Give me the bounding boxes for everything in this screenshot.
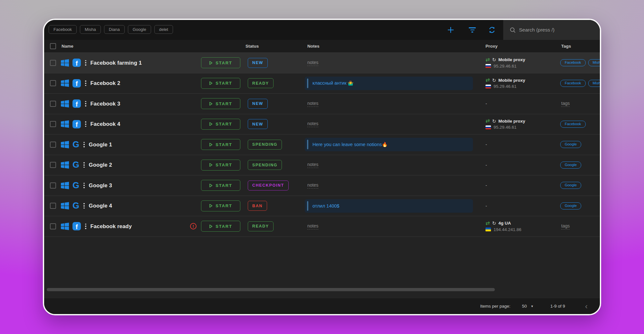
pagination-range: 1-9 of 9 [550, 304, 565, 309]
table-row[interactable]: f Facebook 4 START NEW notes ⇄↻Mobile pr… [44, 114, 600, 135]
status-badge[interactable]: SPENDING [248, 140, 282, 150]
status-badge[interactable]: READY [248, 78, 274, 88]
proxy-refresh-icon[interactable]: ↻ [492, 119, 496, 124]
proxy-refresh-icon[interactable]: ↻ [492, 78, 496, 83]
row-checkbox[interactable] [50, 203, 56, 209]
status-badge[interactable]: NEW [248, 99, 268, 109]
kebab-menu-icon[interactable] [84, 100, 87, 107]
kebab-menu-icon[interactable] [83, 141, 85, 148]
filter-chip-bar: Facebook Misha Diana Google delet [49, 25, 173, 34]
windows-icon [61, 100, 69, 107]
start-button[interactable]: START [201, 221, 240, 232]
row-checkbox[interactable] [50, 142, 56, 148]
tag-pill[interactable]: Facebook [560, 80, 586, 87]
filter-chip-facebook[interactable]: Facebook [49, 25, 77, 34]
note[interactable]: классный антик 🤷‍♂️ [305, 77, 473, 90]
kebab-menu-icon[interactable] [83, 162, 85, 168]
select-all-checkbox[interactable] [50, 43, 56, 49]
start-button[interactable]: START [201, 57, 240, 68]
status-badge[interactable]: NEW [248, 119, 268, 129]
notes-placeholder[interactable]: notes [307, 60, 318, 66]
notes-placeholder[interactable]: notes [307, 121, 318, 127]
notes-placeholder[interactable]: notes [307, 101, 318, 107]
tag-pill[interactable]: Google [560, 202, 581, 209]
start-button[interactable]: START [201, 200, 240, 211]
notes-placeholder[interactable]: notes [307, 182, 318, 189]
add-profile-icon[interactable] [446, 25, 455, 34]
kebab-menu-icon[interactable] [83, 202, 85, 209]
items-per-page-select[interactable]: 50 ▼ [522, 304, 533, 309]
notes-placeholder[interactable]: notes [307, 223, 318, 229]
table-row[interactable]: G Google 3 START CHECKPOINT notes - Goog… [44, 175, 600, 196]
profile-name: Facebook ready [91, 223, 132, 229]
table-row[interactable]: G Google 1 START SPENDING Here you can l… [44, 135, 600, 155]
facebook-icon: f [72, 120, 81, 128]
kebab-menu-icon[interactable] [84, 60, 87, 66]
start-button[interactable]: START [201, 78, 240, 89]
kebab-menu-icon[interactable] [84, 223, 87, 230]
tag-pill[interactable]: Google [560, 162, 581, 169]
start-button[interactable]: START [201, 139, 240, 150]
windows-icon [61, 141, 69, 148]
scrollbar-thumb[interactable] [47, 288, 495, 291]
notes-placeholder[interactable]: notes [307, 162, 318, 168]
filter-icon[interactable] [468, 25, 477, 34]
tag-pill[interactable]: Facebook [560, 59, 586, 66]
windows-icon [61, 182, 69, 189]
profile-name: Facebook 2 [91, 80, 120, 86]
proxy-refresh-icon[interactable]: ↻ [492, 221, 496, 226]
profile-name: Facebook 4 [91, 121, 120, 127]
start-button[interactable]: START [201, 160, 240, 171]
table-row[interactable]: G Google 2 START SPENDING notes - Google [44, 155, 600, 176]
table-header: Name Status Notes Proxy Tags [44, 40, 600, 53]
tag-pill[interactable]: Google [560, 182, 581, 189]
row-checkbox[interactable] [50, 60, 56, 66]
proxy-refresh-icon[interactable]: ↻ [492, 57, 496, 62]
search-icon [510, 27, 516, 33]
sync-icon[interactable] [487, 25, 496, 34]
row-checkbox[interactable] [50, 162, 56, 168]
filter-chip-google[interactable]: Google [128, 25, 151, 34]
table-row[interactable]: f Facebook 3 START NEW notes - tags [44, 94, 600, 114]
status-badge[interactable]: BAN [248, 201, 267, 211]
tags-placeholder[interactable]: tags [561, 101, 570, 107]
tags-placeholder[interactable]: tags [561, 223, 570, 229]
row-checkbox[interactable] [50, 101, 56, 107]
proxy-info: ⇄↻Mobile proxy 95.29.46.61 [485, 78, 559, 89]
tag-pill[interactable]: Misha [588, 59, 600, 66]
previous-page-icon[interactable]: ‹ [585, 302, 588, 310]
status-badge[interactable]: READY [248, 221, 274, 231]
filter-chip-misha[interactable]: Misha [80, 25, 101, 34]
kebab-menu-icon[interactable] [84, 121, 87, 127]
status-badge[interactable]: CHECKPOINT [248, 181, 289, 190]
note[interactable]: Here you can leave some notions🔥 [305, 138, 473, 151]
status-badge[interactable]: NEW [248, 58, 268, 68]
note[interactable]: отлил 1400$ [305, 199, 473, 213]
tag-pill[interactable]: Facebook [560, 121, 586, 128]
start-button[interactable]: START [201, 119, 240, 130]
row-checkbox[interactable] [50, 223, 56, 229]
row-checkbox[interactable] [50, 80, 56, 86]
flag-ua-icon [485, 227, 491, 231]
start-button[interactable]: START [201, 180, 240, 191]
profile-name: Facebook farming 1 [91, 60, 142, 66]
play-icon [209, 122, 213, 126]
profile-name: Google 1 [89, 142, 112, 148]
table-row[interactable]: f Facebook ready ! START READY notes ⇄↻4… [44, 216, 600, 237]
kebab-menu-icon[interactable] [83, 182, 85, 189]
row-checkbox[interactable] [50, 121, 56, 127]
table-row[interactable]: G Google 4 START BAN отлил 1400$ - Googl… [44, 196, 600, 217]
filter-chip-diana[interactable]: Diana [104, 25, 125, 34]
play-icon [209, 102, 213, 106]
row-checkbox[interactable] [50, 182, 56, 189]
table-row[interactable]: f Facebook 2 START READY классный антик … [44, 73, 600, 94]
table-row[interactable]: f Facebook farming 1 START NEW notes ⇄↻M… [44, 53, 600, 73]
search-input[interactable] [519, 27, 593, 33]
kebab-menu-icon[interactable] [84, 80, 87, 87]
status-badge[interactable]: SPENDING [248, 160, 282, 170]
tag-pill[interactable]: Google [560, 141, 581, 148]
tag-pill[interactable]: Misha [588, 80, 600, 87]
windows-icon [61, 223, 69, 230]
filter-chip-delet[interactable]: delet [154, 25, 173, 34]
start-button[interactable]: START [201, 98, 240, 109]
